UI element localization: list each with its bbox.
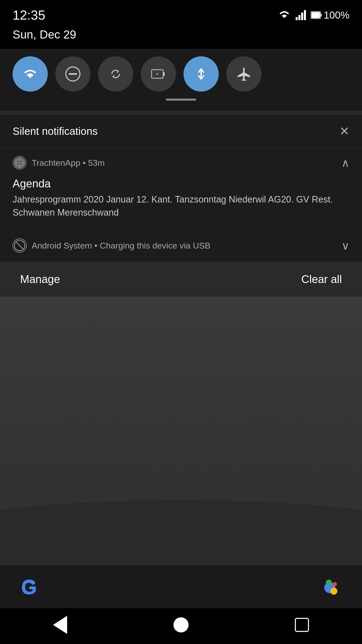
svg-point-23	[326, 580, 332, 586]
handle-bar	[166, 99, 196, 101]
date-text: Sun, Dec 29	[13, 28, 76, 41]
home-circle-icon	[173, 617, 189, 632]
svg-text:+: +	[156, 71, 159, 77]
nav-home-button[interactable]	[173, 617, 189, 632]
notif-header-trachtenapp: TrachtenApp • 53m ∧	[0, 148, 362, 175]
date-row: Sun, Dec 29	[0, 25, 362, 49]
tile-battery-saver[interactable]: +	[141, 56, 176, 92]
signal-icon	[296, 10, 306, 20]
tile-wifi[interactable]	[13, 56, 48, 92]
google-assistant-dock-icon[interactable]	[319, 576, 342, 598]
notification-android-system: Android System • Charging this device vi…	[0, 229, 362, 262]
system-notif-left: Android System • Charging this device vi…	[13, 238, 210, 253]
status-bar: 12:35 100%	[0, 0, 362, 25]
trachtenapp-icon	[13, 156, 27, 170]
silent-label: Silent notifications	[13, 125, 98, 137]
notif-expand-button[interactable]: ∧	[341, 156, 349, 169]
trachtenapp-logo-icon	[15, 158, 25, 168]
tile-mobile-data[interactable]	[184, 56, 219, 92]
svg-line-17	[16, 242, 23, 249]
svg-rect-8	[69, 73, 77, 75]
wallpaper-area	[0, 297, 362, 566]
quick-handle[interactable]	[13, 99, 349, 101]
notif-title: Agenda	[13, 177, 349, 190]
svg-point-22	[330, 588, 337, 595]
svg-rect-3	[304, 10, 306, 20]
battery-percent: 100%	[324, 10, 349, 21]
silent-header: Silent notifications ✕	[0, 115, 362, 148]
android-logo-icon	[13, 239, 26, 252]
section-divider	[0, 111, 362, 115]
mobile-data-tile-icon	[192, 65, 210, 83]
battery-icon	[311, 10, 322, 20]
tile-dnd[interactable]	[55, 56, 90, 92]
assistant-logo-icon	[319, 576, 342, 598]
google-logo-icon: G G G	[20, 576, 43, 598]
nav-back-button[interactable]	[53, 616, 67, 634]
notif-app-info: TrachtenApp • 53m	[13, 156, 105, 170]
airplane-tile-icon	[235, 65, 253, 83]
autorotate-tile-icon	[107, 65, 124, 83]
system-notif-text: Android System • Charging this device vi…	[32, 241, 210, 251]
svg-point-24	[333, 582, 337, 586]
notif-body-text: Jahresprogramm 2020 Januar 12. Kant. Tan…	[13, 193, 349, 219]
svg-rect-5	[321, 14, 322, 17]
svg-text:G: G	[21, 576, 36, 598]
notifications-section: Silent notifications ✕ TrachtenApp • 53m	[0, 115, 362, 297]
recents-square-icon	[295, 618, 309, 632]
notif-body-trachtenapp: Agenda Jahresprogramm 2020 Januar 12. Ka…	[0, 175, 362, 229]
quick-tiles-row: +	[13, 56, 349, 92]
tile-autorotate[interactable]	[98, 56, 133, 92]
dnd-tile-icon	[64, 65, 82, 83]
svg-rect-10	[163, 72, 165, 76]
nav-recents-button[interactable]	[295, 618, 309, 632]
dock: G G G	[0, 566, 362, 608]
trachtenapp-name-time: TrachtenApp • 53m	[32, 158, 105, 168]
clear-all-button[interactable]: Clear all	[301, 273, 342, 286]
google-dock-icon[interactable]: G G G	[20, 576, 43, 598]
nav-bar	[0, 608, 362, 644]
android-system-icon	[13, 238, 27, 253]
close-silent-button[interactable]: ✕	[339, 125, 349, 137]
notification-actions: Manage Clear all	[0, 262, 362, 297]
battery-saver-tile-icon: +	[150, 65, 167, 83]
svg-rect-1	[298, 15, 300, 20]
svg-rect-2	[301, 13, 303, 20]
back-triangle-icon	[53, 616, 67, 634]
status-icons: 100%	[278, 10, 349, 21]
system-notif-expand-button[interactable]: ∨	[341, 239, 349, 252]
svg-rect-6	[311, 12, 320, 18]
wifi-icon	[278, 10, 291, 20]
svg-rect-0	[296, 17, 298, 20]
tile-airplane[interactable]	[226, 56, 261, 92]
quick-settings-panel: +	[0, 49, 362, 111]
wifi-tile-icon	[21, 65, 39, 83]
battery-indicator: 100%	[311, 10, 349, 21]
manage-button[interactable]: Manage	[20, 273, 60, 286]
notification-trachtenapp: TrachtenApp • 53m ∧ Agenda Jahresprogram…	[0, 148, 362, 229]
status-time: 12:35	[13, 8, 45, 23]
